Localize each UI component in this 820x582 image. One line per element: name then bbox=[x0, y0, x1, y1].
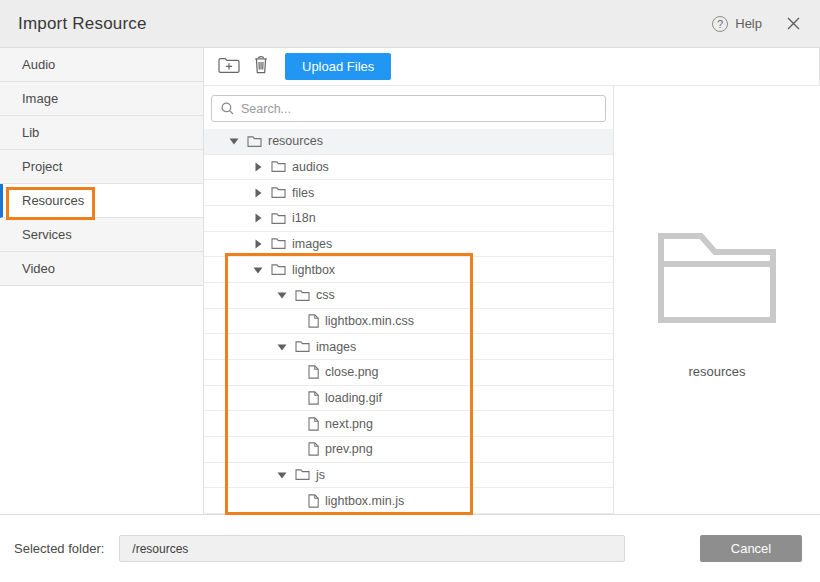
selected-folder-input[interactable] bbox=[119, 535, 625, 562]
new-folder-button[interactable] bbox=[216, 55, 242, 79]
tree-row-audios[interactable]: audios bbox=[204, 155, 613, 181]
sidebar-item-project[interactable]: Project bbox=[0, 150, 203, 184]
cancel-button[interactable]: Cancel bbox=[700, 535, 802, 562]
file-icon bbox=[308, 442, 319, 456]
trash-icon bbox=[253, 56, 269, 77]
sidebar-item-lib[interactable]: Lib bbox=[0, 116, 203, 150]
tree-row-label: images bbox=[292, 237, 332, 251]
tree-row-label: lightbox.min.js bbox=[325, 494, 404, 508]
chevron-down-icon[interactable] bbox=[275, 291, 288, 299]
tree-row-images[interactable]: images bbox=[204, 334, 613, 360]
sidebar-item-label: Image bbox=[22, 91, 58, 106]
chevron-down-icon[interactable] bbox=[275, 343, 288, 351]
tree-row-css[interactable]: css bbox=[204, 283, 613, 309]
chevron-down-icon[interactable] bbox=[275, 471, 288, 479]
dialog-title: Import Resource bbox=[18, 14, 147, 34]
preview-folder-name: resources bbox=[688, 364, 745, 379]
tree-row-label: i18n bbox=[292, 211, 316, 225]
sidebar-item-services[interactable]: Services bbox=[0, 218, 203, 252]
tree-row-label: resources bbox=[268, 134, 323, 148]
chevron-right-icon[interactable] bbox=[251, 213, 264, 223]
sidebar-item-image[interactable]: Image bbox=[0, 82, 203, 116]
main-panel: Upload Files resourcesaudiosfilesi18nima… bbox=[204, 48, 820, 514]
folder-outline-icon bbox=[657, 232, 777, 328]
tree-row-lightbox.min.css[interactable]: lightbox.min.css bbox=[204, 309, 613, 335]
sidebar-item-label: Video bbox=[22, 261, 55, 276]
folder-icon bbox=[271, 160, 286, 173]
tree-panel: resourcesaudiosfilesi18nimageslightboxcs… bbox=[204, 86, 614, 514]
tree-row-label: images bbox=[316, 340, 356, 354]
question-circle-icon: ? bbox=[712, 16, 728, 32]
tree-row-label: audios bbox=[292, 160, 329, 174]
tree-row-close.png[interactable]: close.png bbox=[204, 360, 613, 386]
folder-icon bbox=[295, 468, 310, 481]
tree-row-files[interactable]: files bbox=[204, 180, 613, 206]
sidebar-item-label: Project bbox=[22, 159, 62, 174]
footer-bar: Selected folder: Cancel bbox=[0, 514, 820, 582]
tree-row-lightbox.min.js[interactable]: lightbox.min.js bbox=[204, 488, 613, 514]
file-icon bbox=[308, 314, 319, 328]
close-icon[interactable] bbox=[784, 15, 802, 33]
tree-row-js[interactable]: js bbox=[204, 463, 613, 489]
tree-row-label: css bbox=[316, 288, 335, 302]
folder-icon bbox=[295, 340, 310, 353]
chevron-down-icon[interactable] bbox=[227, 137, 240, 145]
folder-icon bbox=[271, 212, 286, 225]
tree-row-i18n[interactable]: i18n bbox=[204, 206, 613, 232]
preview-panel: resources bbox=[614, 86, 820, 514]
tree-row-next.png[interactable]: next.png bbox=[204, 411, 613, 437]
sidebar-item-resources[interactable]: Resources bbox=[0, 184, 203, 218]
main-content: resourcesaudiosfilesi18nimageslightboxcs… bbox=[204, 86, 820, 514]
chevron-right-icon[interactable] bbox=[251, 162, 264, 172]
help-button[interactable]: ? Help bbox=[712, 16, 762, 32]
file-tree: resourcesaudiosfilesi18nimageslightboxcs… bbox=[204, 129, 613, 514]
sidebar: AudioImageLibProjectResourcesServicesVid… bbox=[0, 48, 204, 514]
sidebar-item-label: Lib bbox=[22, 125, 39, 140]
file-icon bbox=[308, 494, 319, 508]
file-icon bbox=[308, 417, 319, 431]
folder-plus-icon bbox=[218, 57, 240, 77]
upload-files-button[interactable]: Upload Files bbox=[285, 53, 391, 80]
chevron-down-icon[interactable] bbox=[251, 266, 264, 274]
help-label: Help bbox=[735, 16, 762, 31]
file-icon bbox=[308, 365, 319, 379]
tree-row-label: loading.gif bbox=[325, 391, 382, 405]
tree-row-prev.png[interactable]: prev.png bbox=[204, 437, 613, 463]
tree-row-label: lightbox.min.css bbox=[325, 314, 414, 328]
sidebar-item-video[interactable]: Video bbox=[0, 252, 203, 286]
search-box bbox=[211, 95, 606, 122]
chevron-right-icon[interactable] bbox=[251, 239, 264, 249]
tree-row-images[interactable]: images bbox=[204, 232, 613, 258]
sidebar-item-label: Audio bbox=[22, 57, 55, 72]
tree-row-lightbox[interactable]: lightbox bbox=[204, 257, 613, 283]
tree-row-label: close.png bbox=[325, 365, 379, 379]
delete-button[interactable] bbox=[251, 54, 271, 79]
tree-row-loading.gif[interactable]: loading.gif bbox=[204, 386, 613, 412]
search-input[interactable] bbox=[241, 102, 596, 116]
tree-row-label: js bbox=[316, 468, 325, 482]
tree-row-label: lightbox bbox=[292, 263, 335, 277]
selected-folder-label: Selected folder: bbox=[14, 541, 104, 556]
sidebar-item-label: Resources bbox=[22, 193, 84, 208]
dialog-header: Import Resource ? Help bbox=[0, 0, 820, 48]
tree-row-label: next.png bbox=[325, 417, 373, 431]
sidebar-item-audio[interactable]: Audio bbox=[0, 48, 203, 82]
folder-icon bbox=[295, 289, 310, 302]
tree-row-resources[interactable]: resources bbox=[204, 129, 613, 155]
folder-icon bbox=[271, 263, 286, 276]
tree-row-label: prev.png bbox=[325, 442, 373, 456]
search-icon bbox=[221, 102, 234, 115]
toolbar: Upload Files bbox=[204, 48, 820, 86]
folder-icon bbox=[271, 237, 286, 250]
chevron-right-icon[interactable] bbox=[251, 188, 264, 198]
sidebar-item-label: Services bbox=[22, 227, 72, 242]
import-resource-dialog: Import Resource ? Help AudioImageLibProj… bbox=[0, 0, 820, 582]
folder-icon bbox=[271, 186, 286, 199]
tree-row-label: files bbox=[292, 186, 314, 200]
folder-icon bbox=[247, 135, 262, 148]
header-actions: ? Help bbox=[712, 15, 802, 33]
dialog-body: AudioImageLibProjectResourcesServicesVid… bbox=[0, 48, 820, 514]
file-icon bbox=[308, 391, 319, 405]
